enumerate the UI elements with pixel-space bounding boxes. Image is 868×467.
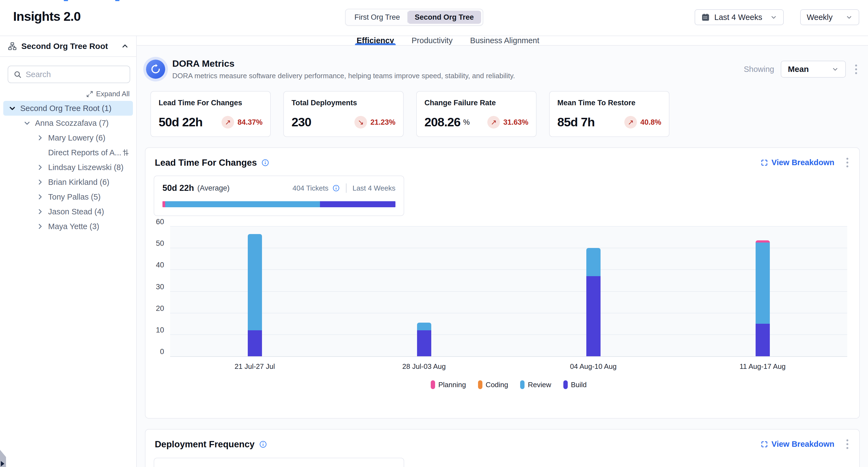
- legend-swatch: [478, 380, 483, 389]
- tab-business-alignment[interactable]: Business Alignment: [468, 36, 541, 45]
- chevron-right-icon: [1, 461, 4, 466]
- phase-distribution-bar: [162, 201, 396, 207]
- x-axis-tick-label: 21 Jul-27 Jul: [235, 362, 275, 371]
- metric-card-title: Total Deployments: [291, 99, 396, 107]
- phase-segment-review: [165, 201, 320, 207]
- legend-label: Review: [528, 381, 551, 389]
- expand-all-button[interactable]: Expand All: [0, 90, 130, 98]
- info-icon[interactable]: [259, 440, 267, 448]
- sidebar-header: Second Org Tree Root: [0, 36, 136, 57]
- tree-item[interactable]: Lindsay Liszewski (8): [3, 160, 133, 175]
- tree-chevron-icon[interactable]: [23, 119, 32, 127]
- tree-item[interactable]: Brian Kirkland (6): [3, 175, 133, 189]
- lead-time-chart: 0102030405060 21 Jul-27 Jul28 Jul-03 Aug…: [170, 227, 847, 389]
- average-label: (Average): [197, 184, 229, 192]
- tree-item[interactable]: Direct Reports of A...: [3, 145, 133, 160]
- gridline: [170, 291, 847, 292]
- legend-label: Coding: [486, 381, 508, 389]
- trend-arrow-icon: ↗: [221, 116, 234, 128]
- tree-chevron-icon[interactable]: [36, 222, 45, 230]
- deployment-kebab-menu[interactable]: [844, 438, 851, 450]
- phase-segment-planning: [162, 201, 165, 207]
- top-edge-artifact: [64, 0, 68, 1]
- deployment-frequency-title: Deployment Frequency: [155, 439, 255, 449]
- summary-range: Last 4 Weeks: [352, 184, 396, 192]
- tree-chevron-icon[interactable]: [36, 178, 45, 186]
- sidebar-toggle-handle[interactable]: [0, 450, 6, 467]
- tree-chevron-icon[interactable]: [36, 163, 45, 172]
- info-icon[interactable]: [332, 184, 340, 192]
- calendar-icon: [701, 13, 710, 22]
- legend-swatch: [431, 380, 435, 389]
- tree-chevron-icon[interactable]: [8, 104, 17, 113]
- deployment-view-breakdown[interactable]: View Breakdown: [761, 440, 834, 449]
- tree-item-label: Anna Scozzafava (7): [35, 119, 108, 128]
- tree-item[interactable]: Jason Stead (4): [3, 204, 133, 219]
- sidebar-collapse-chevron[interactable]: [121, 42, 129, 50]
- tree-item-label: Direct Reports of A...: [48, 148, 121, 157]
- metric-card-value: 85d 7h: [557, 115, 595, 129]
- tree-item-label: Jason Stead (4): [48, 207, 104, 216]
- stacked-bar-28-jul-03-aug: [417, 323, 431, 356]
- y-axis-tick-label: 50: [156, 239, 164, 248]
- tree-item[interactable]: Second Org Tree Root (1): [3, 101, 133, 116]
- deployment-frequency-panel: Deployment Frequency View Breakdown: [145, 429, 860, 467]
- metric-trend: ↘ 21.23%: [354, 116, 396, 128]
- tree-item-label: Mary Lowery (6): [48, 133, 105, 143]
- sidebar-title: Second Org Tree Root: [21, 41, 108, 51]
- chart-x-axis-labels: 21 Jul-27 Jul28 Jul-03 Aug04 Aug-10 Aug1…: [170, 362, 847, 373]
- view-breakdown-label: View Breakdown: [772, 158, 834, 167]
- granularity-select[interactable]: Weekly: [800, 9, 859, 25]
- metric-card: Lead Time For Changes 50d 22h ↗ 84.37%: [150, 91, 271, 137]
- tree-chevron-icon[interactable]: [36, 134, 45, 142]
- metric-card-value: 230: [291, 115, 311, 129]
- y-axis-tick-label: 30: [156, 282, 164, 291]
- stacked-bar-21-jul-27-jul: [248, 234, 262, 356]
- metric-trend: ↗ 84.37%: [221, 116, 262, 128]
- lead-time-view-breakdown[interactable]: View Breakdown: [761, 158, 834, 167]
- expand-all-label: Expand All: [96, 90, 130, 98]
- trend-value: 31.63%: [503, 118, 528, 127]
- top-bar: Insights 2.0 First Org TreeSecond Org Tr…: [0, 0, 868, 36]
- info-icon[interactable]: [261, 159, 269, 167]
- date-range-select[interactable]: Last 4 Weeks: [694, 9, 784, 25]
- legend-item-review: Review: [520, 380, 551, 389]
- app-title: Insights 2.0: [13, 9, 81, 24]
- dora-kebab-menu[interactable]: [852, 63, 860, 76]
- org-tree: Second Org Tree Root (1) Anna Scozzafava…: [0, 101, 136, 234]
- lead-time-kebab-menu[interactable]: [844, 156, 851, 169]
- date-range-value: Last 4 Weeks: [714, 13, 762, 22]
- sidebar-search[interactable]: [8, 66, 130, 83]
- org-toggle-option[interactable]: Second Org Tree: [408, 11, 481, 24]
- metric-trend: ↗ 40.8%: [624, 116, 661, 128]
- metric-card: Mean Time To Restore 85d 7h ↗ 40.8%: [549, 91, 670, 137]
- tree-item-label: Maya Yette (3): [48, 222, 99, 231]
- tickets-count: 404 Tickets: [292, 184, 329, 192]
- metric-card-title: Lead Time For Changes: [159, 99, 262, 107]
- bar-segment-build: [755, 324, 770, 356]
- search-input[interactable]: [26, 70, 129, 79]
- tree-item[interactable]: Anna Scozzafava (7): [3, 116, 133, 130]
- tree-item[interactable]: Mary Lowery (6): [3, 130, 133, 145]
- tree-item[interactable]: Maya Yette (3): [3, 219, 133, 234]
- top-edge-artifact: [115, 0, 120, 1]
- trend-arrow-icon: ↗: [624, 116, 637, 128]
- expand-corners-icon: [761, 159, 768, 166]
- org-tree-toggle[interactable]: First Org TreeSecond Org Tree: [345, 9, 483, 26]
- tree-item[interactable]: Tony Pallas (5): [3, 189, 133, 204]
- dora-metrics-header: DORA Metrics DORA metrics measure softwa…: [145, 56, 860, 83]
- org-toggle-option[interactable]: First Org Tree: [347, 11, 407, 24]
- tree-chevron-icon[interactable]: [36, 193, 45, 201]
- bar-segment-build: [417, 330, 431, 356]
- bar-segment-build: [586, 276, 600, 356]
- bar-segment-review: [586, 248, 600, 276]
- aggregation-select[interactable]: Mean: [781, 61, 846, 77]
- aggregation-value: Mean: [788, 65, 809, 74]
- tree-chevron-icon[interactable]: [36, 208, 45, 216]
- bar-segment-review: [417, 323, 431, 330]
- tab-efficiency[interactable]: Efficiency: [355, 36, 396, 45]
- filter-sliders-icon[interactable]: [121, 149, 130, 157]
- trend-arrow-icon: ↘: [354, 116, 367, 128]
- bar-segment-review: [755, 243, 770, 324]
- tab-productivity[interactable]: Productivity: [410, 36, 454, 45]
